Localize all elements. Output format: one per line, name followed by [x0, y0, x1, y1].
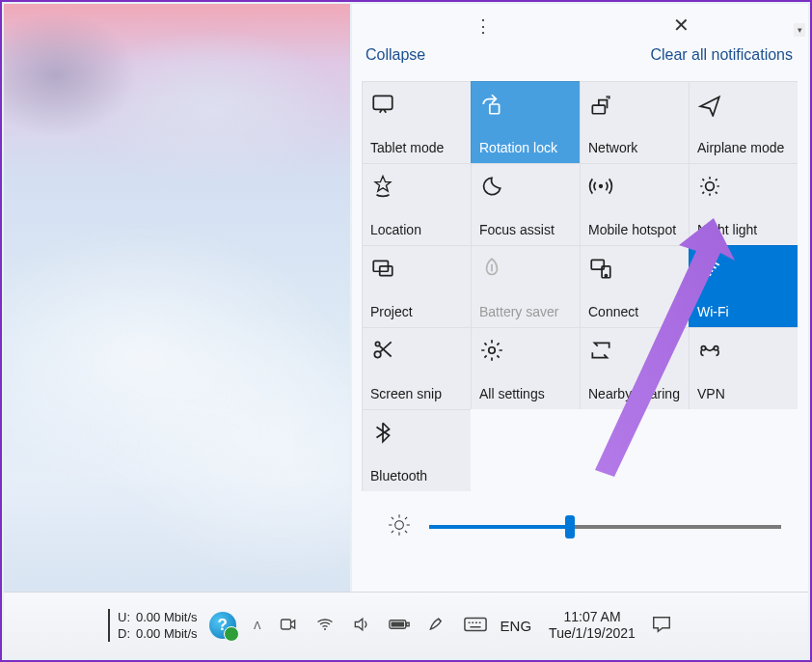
tile-label: Network: [588, 140, 637, 155]
tablet-icon: [370, 90, 463, 119]
brightness-icon: [387, 512, 412, 541]
svg-point-9: [605, 275, 607, 277]
tile-label: Battery saver: [479, 304, 558, 319]
vpn-icon: [697, 336, 790, 365]
tile-label: Location: [370, 222, 421, 237]
svg-rect-1: [490, 104, 500, 114]
net-up-value: 0.00 Mbit/s: [136, 609, 198, 625]
net-down-label: D:: [118, 625, 130, 642]
svg-rect-0: [373, 96, 392, 109]
tile-vpn[interactable]: VPN: [689, 327, 798, 409]
tile-settings[interactable]: All settings: [471, 327, 580, 409]
brightness-slider[interactable]: [352, 491, 808, 541]
tile-label: Rotation lock: [479, 140, 557, 155]
tile-battery[interactable]: Battery saver: [471, 245, 580, 327]
svg-rect-23: [465, 618, 486, 630]
wifi-icon: [697, 254, 790, 283]
tile-location[interactable]: Location: [362, 163, 471, 245]
battery-icon: [479, 254, 572, 283]
clear-notifications-link[interactable]: Clear all notifications: [650, 46, 793, 64]
tile-label: Mobile hotspot: [588, 222, 676, 237]
taskbar-clock[interactable]: 11:07 AM Tue/1/19/2021: [549, 609, 636, 642]
tile-label: Screen snip: [370, 386, 442, 401]
connect-icon: [588, 254, 681, 283]
tile-network[interactable]: Network: [580, 81, 689, 163]
meet-now-icon[interactable]: [279, 615, 298, 637]
clock-time: 11:07 AM: [549, 609, 636, 625]
bluetooth-icon: [370, 418, 463, 447]
tile-tablet[interactable]: Tablet mode: [362, 81, 471, 163]
tile-bluetooth[interactable]: Bluetooth: [362, 409, 471, 491]
tile-nightlight[interactable]: Night light: [689, 163, 798, 245]
pen-tray-icon[interactable]: [427, 615, 447, 637]
more-icon[interactable]: ⋮: [474, 15, 492, 37]
tile-airplane[interactable]: Airplane mode: [689, 81, 798, 163]
project-icon: [370, 254, 463, 283]
snip-icon: [370, 336, 463, 365]
help-tray-icon[interactable]: [209, 612, 236, 639]
clock-date: Tue/1/19/2021: [549, 625, 636, 642]
tile-label: Wi-Fi: [697, 304, 729, 319]
scroll-down-icon[interactable]: ▾: [794, 23, 805, 37]
net-down-value: 0.00 Mbit/s: [136, 625, 198, 642]
tile-label: All settings: [479, 386, 545, 401]
action-center-tray-icon[interactable]: [651, 614, 672, 638]
tray-overflow-icon[interactable]: ᐱ: [254, 620, 261, 632]
nightlight-icon: [697, 172, 790, 201]
tile-label: Project: [370, 304, 413, 319]
nearby-icon: [588, 336, 681, 365]
tile-nearby[interactable]: Nearby sharing: [580, 327, 689, 409]
net-up-label: U:: [118, 609, 130, 625]
tile-focus[interactable]: Focus assist: [471, 163, 580, 245]
tile-label: Night light: [697, 222, 757, 237]
svg-point-3: [599, 184, 603, 188]
wifi-tray-icon[interactable]: [315, 615, 335, 637]
tile-label: Connect: [588, 304, 638, 319]
svg-rect-22: [391, 621, 404, 626]
close-icon[interactable]: ✕: [673, 14, 690, 37]
tile-label: Nearby sharing: [588, 386, 680, 401]
svg-rect-21: [406, 622, 409, 625]
tile-hotspot[interactable]: Mobile hotspot: [580, 163, 689, 245]
taskbar: U: D: 0.00 Mbit/s 0.00 Mbit/s ᐱ ENG 11:0…: [4, 592, 808, 658]
network-meter: U: D: 0.00 Mbit/s 0.00 Mbit/s: [108, 609, 198, 642]
network-icon: [588, 90, 681, 119]
collapse-link[interactable]: Collapse: [365, 46, 425, 64]
tile-label: Focus assist: [479, 222, 555, 237]
svg-rect-2: [592, 105, 605, 114]
focus-icon: [479, 172, 572, 201]
location-icon: [370, 172, 463, 201]
tile-label: Airplane mode: [697, 140, 784, 155]
svg-point-16: [395, 521, 404, 530]
svg-point-15: [714, 346, 717, 350]
svg-point-14: [701, 346, 705, 350]
tile-label: VPN: [697, 386, 725, 401]
language-indicator[interactable]: ENG: [501, 618, 532, 634]
tile-label: Tablet mode: [370, 140, 444, 155]
action-center-panel: ⋮ ✕ ▾ Collapse Clear all notifications T…: [352, 4, 808, 594]
svg-rect-18: [281, 620, 290, 629]
airplane-icon: [697, 90, 790, 119]
svg-point-19: [324, 628, 326, 630]
tile-rotation[interactable]: Rotation lock: [471, 81, 580, 163]
svg-point-10: [708, 273, 711, 276]
rotation-icon: [479, 90, 572, 119]
svg-point-12: [375, 342, 379, 345]
hotspot-icon: [588, 172, 681, 201]
tile-snip[interactable]: Screen snip: [362, 327, 471, 409]
tile-connect[interactable]: Connect: [580, 245, 689, 327]
keyboard-tray-icon[interactable]: [464, 615, 487, 637]
volume-tray-icon[interactable]: [352, 615, 371, 637]
settings-icon: [479, 336, 572, 365]
tile-label: Bluetooth: [370, 468, 427, 483]
tile-project[interactable]: Project: [362, 245, 471, 327]
svg-point-13: [489, 347, 496, 354]
battery-tray-icon[interactable]: [389, 615, 410, 637]
tile-wifi[interactable]: Wi-Fi: [689, 245, 798, 327]
svg-point-4: [706, 182, 715, 191]
desktop-wallpaper: [4, 4, 350, 594]
